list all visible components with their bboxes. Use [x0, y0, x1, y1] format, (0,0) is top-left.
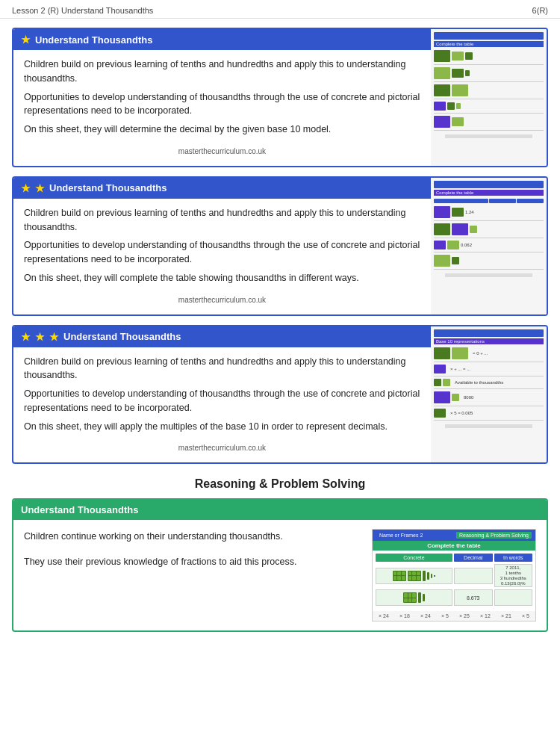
card-2-image: Complete the table 1.24 0.062 — [431, 178, 547, 314]
ri-footer-8: × 5 — [522, 613, 529, 619]
card-1-para-3: On this sheet, they will determine the d… — [24, 123, 420, 137]
card-1-thumb: Complete the table — [431, 29, 547, 166]
ri-cell-1-words: 7 2011, 1 tenths 3 hundredths 0.13(26.0)… — [494, 564, 533, 587]
reasoning-card-body: Children continue working on their under… — [13, 520, 547, 630]
card-3-header: ★ ★ ★ Understand Thousandths — [13, 326, 431, 347]
card-2-para-2: Opportunities to develop understanding o… — [24, 238, 420, 267]
card-3-title: Understand Thousandths — [63, 331, 181, 342]
ri-table: Concrete Decimal In words — [373, 551, 535, 611]
ri-cell-2-concrete — [376, 589, 452, 606]
star-2a-icon: ★ — [21, 182, 31, 194]
card-2-header: ★ ★ Understand Thousandths — [13, 178, 431, 199]
ri-header-right: Reasoning & Problem Solving — [456, 532, 532, 539]
card-1-image: Complete the table — [431, 29, 547, 166]
card-3-para-2: Opportunities to develop understanding o… — [24, 387, 420, 415]
card-1-para-2: Opportunities to develop understanding o… — [24, 90, 420, 119]
card-2: ★ ★ Understand Thousandths Children buil… — [12, 176, 548, 316]
ws1-header — [434, 32, 544, 40]
card-3: ★ ★ ★ Understand Thousandths Children bu… — [12, 325, 548, 465]
card-1-title: Understand Thousandths — [35, 34, 152, 46]
card-2-body: Children build on previous learning of t… — [13, 199, 431, 293]
reasoning-card: Understand Thousandths Children continue… — [12, 498, 548, 632]
card-1-header: ★ Understand Thousandths — [13, 29, 431, 50]
header-right: 6(R) — [532, 6, 548, 15]
reasoning-title: Reasoning & Problem Solving — [0, 477, 560, 491]
card-1-footer: masterthecurriculum.co.uk — [13, 144, 431, 160]
ws2-header — [434, 181, 544, 188]
ri-footer-7: × 21 — [501, 613, 511, 619]
ri-cell-1-decimal — [454, 568, 493, 584]
ri-footer-4: × 5 — [441, 613, 449, 619]
card-2-para-1: Children build on previous learning of t… — [24, 206, 420, 235]
card-2-footer: masterthecurriculum.co.uk — [13, 293, 431, 309]
ri-decimal-value-2: 8.673 — [467, 595, 480, 601]
ri-cell-2-decimal: 8.673 — [454, 589, 493, 606]
card-3-para-3: On this sheet, they will apply the multi… — [24, 420, 420, 434]
star-3c-icon: ★ — [49, 331, 59, 343]
card-3-left: ★ ★ ★ Understand Thousandths Children bu… — [13, 326, 431, 463]
reasoning-image: Name or Frames 2 Reasoning & Problem Sol… — [372, 529, 536, 622]
ri-th-decimal: Decimal — [454, 554, 493, 562]
card-1-body: Children build on previous learning of t… — [13, 50, 431, 144]
card-3-thumb: Base 10 representations = 0 + ... × + ..… — [431, 326, 547, 463]
page-header: Lesson 2 (R) Understand Thousandths 6(R) — [0, 0, 560, 19]
star-2b-icon: ★ — [35, 182, 45, 194]
card-1-left: ★ Understand Thousandths Children build … — [13, 29, 431, 166]
ri-footer-6: × 12 — [480, 613, 491, 619]
card-3-para-1: Children build on previous learning of t… — [24, 355, 420, 383]
ri-cell-2-words — [494, 589, 533, 606]
ri-th-concrete: Concrete — [376, 554, 452, 562]
ri-cell-1-concrete: • — [376, 568, 452, 584]
star-3b-icon: ★ — [35, 331, 45, 343]
ri-footer: × 24 × 18 × 24 × 5 × 25 × 12 × 21 × 5 — [373, 611, 535, 621]
ri-header-left: Name or Frames 2 — [376, 532, 426, 539]
reasoning-text: Children continue working on their under… — [24, 529, 363, 622]
card-2-left: ★ ★ Understand Thousandths Children buil… — [13, 178, 431, 314]
reasoning-para-1: Children continue working on their under… — [24, 529, 363, 544]
ri-header: Name or Frames 2 Reasoning & Problem Sol… — [373, 530, 535, 541]
card-3-image: Base 10 representations = 0 + ... × + ..… — [431, 326, 547, 463]
star-1-icon: ★ — [21, 34, 31, 46]
ri-footer-2: × 18 — [399, 613, 410, 619]
ri-table-title: Complete the table — [373, 541, 535, 551]
ri-table-header: Concrete Decimal In words — [376, 554, 532, 562]
card-3-body: Children build on previous learning of t… — [13, 347, 431, 441]
ri-footer-3: × 24 — [420, 613, 431, 619]
card-1: ★ Understand Thousandths Children build … — [12, 28, 548, 167]
card-2-title: Understand Thousandths — [49, 182, 167, 193]
ri-row-1: • 7 2011, 1 tenths 3 hundredths 0.13(26.… — [376, 564, 532, 587]
ws3-header — [434, 329, 544, 337]
card-3-footer: masterthecurriculum.co.uk — [13, 441, 431, 456]
reasoning-para-2: They use their previous knowledge of fra… — [24, 554, 363, 569]
header-left: Lesson 2 (R) Understand Thousandths — [12, 6, 153, 15]
card-2-para-3: On this sheet, they will complete the ta… — [24, 271, 420, 285]
card-1-para-1: Children build on previous learning of t… — [24, 58, 420, 86]
reasoning-card-header: Understand Thousandths — [13, 500, 547, 520]
ri-footer-5: × 25 — [459, 613, 470, 619]
star-3a-icon: ★ — [21, 331, 31, 343]
card-2-thumb: Complete the table 1.24 0.062 — [431, 178, 547, 314]
ri-th-inwords: In words — [494, 554, 533, 562]
ri-row-2: 8.673 — [376, 589, 532, 606]
ri-footer-1: × 24 — [379, 613, 389, 619]
